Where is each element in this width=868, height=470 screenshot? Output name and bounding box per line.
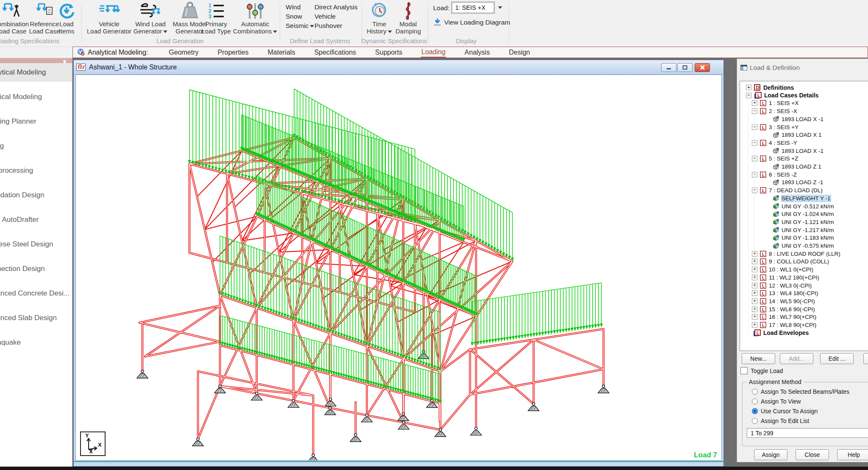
tab-properties[interactable]: Properties: [217, 48, 249, 57]
viewport-titlebar[interactable]: Ashwani_1 - Whole Structure: [74, 60, 723, 75]
toggle-load-checkbox[interactable]: [740, 367, 748, 374]
tree-row[interactable]: UNI GY -0.575 kN/m: [740, 242, 868, 250]
view-loading-diagram-button[interactable]: View Loading Diagram: [433, 18, 510, 27]
tab-specifications[interactable]: Specifications: [314, 48, 356, 57]
edit-list-input[interactable]: 1 To 299: [747, 428, 868, 438]
tree-row[interactable]: 1893 LOAD Z -1: [740, 178, 868, 186]
radio-assign-to-selected-beams-plates[interactable]: Assign To Selected Beams/Plates: [752, 388, 849, 395]
radio-assign-to-edit-list[interactable]: Assign To Edit List: [752, 417, 809, 424]
tree-row[interactable]: +L8 : LIVE LOAD ROOF (LLR): [740, 250, 868, 258]
tree-expander-minus[interactable]: −: [752, 172, 757, 177]
tree-expander-plus[interactable]: +: [752, 259, 757, 264]
new-button[interactable]: New...: [742, 353, 775, 364]
tree-row[interactable]: SELFWEIGHT Y -1: [740, 194, 868, 202]
radio-circle[interactable]: [752, 418, 758, 424]
primary-load-type-button[interactable]: 123 PrimaryLoad Type: [199, 2, 233, 35]
close-button[interactable]: [695, 63, 710, 72]
load-items-button[interactable]: LoadItems: [54, 2, 79, 35]
sidebar-item-chinese-steel-design[interactable]: Chinese Steel Design: [0, 235, 72, 254]
tree-row[interactable]: +L9 : COLL LOAD (COLL): [740, 257, 868, 265]
radio-circle[interactable]: [752, 389, 758, 395]
tree-row[interactable]: −LLoad Cases Details: [740, 91, 868, 100]
tree-row[interactable]: −L6 : SEIS -Z: [740, 171, 868, 179]
tree-row[interactable]: UNI GY -0.512 kN/m: [740, 202, 868, 210]
tree-row[interactable]: +L1 : SEIS +X: [740, 99, 868, 107]
sidebar-item-earthquake[interactable]: Earthquake: [0, 333, 72, 352]
tree-row[interactable]: UNI GY -1.183 kN/m: [740, 234, 868, 242]
wind-load-generator-button[interactable]: Wind LoadGenerator: [129, 2, 172, 35]
tree-row[interactable]: +L11 : WL2 180(+CPI): [740, 274, 868, 282]
tab-design[interactable]: Design: [509, 48, 531, 57]
sidebar-item-building-planner[interactable]: Building Planner: [0, 112, 72, 131]
tree-row[interactable]: +L13 : WL4 180(-CPI): [740, 289, 868, 297]
tab-geometry[interactable]: Geometry: [168, 48, 199, 57]
assign-button[interactable]: Assign: [754, 449, 787, 460]
tree-row[interactable]: +L12 : WL3 0(-CPI): [740, 282, 868, 290]
tree-expander-minus[interactable]: −: [752, 188, 757, 193]
tree-row[interactable]: 1893 LOAD X -1: [740, 115, 868, 123]
tree-row[interactable]: 1893 LOAD Z 1: [740, 163, 868, 171]
menu-seismic[interactable]: Seismic: [286, 21, 314, 30]
sidebar-item-advanced-slab-design[interactable]: Advanced Slab Design: [0, 309, 72, 327]
tab-loading[interactable]: Loading: [421, 47, 446, 58]
tree-row[interactable]: UNI GY -1.121 kN/m: [740, 218, 868, 226]
sidebar-item-physical-modeling[interactable]: Physical Modeling: [0, 88, 72, 106]
sidebar-item-foundation-design[interactable]: Foundation Design: [0, 186, 72, 205]
tree-row[interactable]: −L7 : DEAD LOAD (DL): [740, 186, 868, 194]
tree-row[interactable]: −L4 : SEIS -Y: [740, 139, 868, 147]
tree-expander-minus[interactable]: −: [752, 108, 757, 114]
tree-row[interactable]: +L14 : WL5 90(-CPI): [740, 297, 868, 305]
tab-materials[interactable]: Materials: [267, 48, 295, 57]
tree-row[interactable]: +L16 : WL7 90(+CPI): [740, 313, 868, 321]
tree-expander-plus[interactable]: +: [752, 251, 757, 257]
close-panel-button[interactable]: Close: [796, 449, 829, 460]
tree-expander-plus[interactable]: +: [752, 267, 757, 272]
delete-button-partial[interactable]: [863, 353, 868, 364]
tree-row[interactable]: UNI GY -1.024 kN/m: [740, 210, 868, 218]
model-canvas[interactable]: Y X Z Load 7: [75, 75, 722, 461]
load-dropdown[interactable]: 1: SEIS +X: [452, 2, 494, 13]
menu-pushover[interactable]: Pushover: [314, 21, 358, 30]
vehicle-load-generator-button[interactable]: VehicleLoad Generator: [87, 2, 131, 35]
tree-expander-plus[interactable]: +: [752, 275, 757, 280]
tree-expander-plus[interactable]: +: [752, 307, 757, 312]
load-tree[interactable]: +DDefinitions−LLoad Cases Details+L1 : S…: [740, 81, 868, 351]
tree-expander-plus[interactable]: +: [746, 85, 751, 90]
tab-analysis[interactable]: Analysis: [464, 48, 490, 57]
tree-row[interactable]: −L3 : SEIS +Y: [740, 123, 868, 131]
tree-row[interactable]: −L2 : SEIS -X: [740, 107, 868, 115]
tree-expander-plus[interactable]: +: [752, 314, 757, 320]
tree-row[interactable]: 1893 LOAD X -1: [740, 147, 868, 155]
menu-direct-analysis[interactable]: Direct Analysis: [314, 3, 358, 12]
tree-expander-plus[interactable]: +: [752, 299, 757, 304]
sidebar-item-analytical-modeling[interactable]: Analytical Modeling: [0, 63, 72, 82]
tree-expander-minus[interactable]: −: [752, 140, 757, 146]
menu-snow[interactable]: Snow: [286, 12, 314, 21]
tree-row[interactable]: +L10 : WL1 0(+CPI): [740, 265, 868, 274]
tree-expander-plus[interactable]: +: [752, 283, 757, 288]
tree-row[interactable]: 1893 LOAD X 1: [740, 131, 868, 139]
time-history-button[interactable]: TimeHistory: [365, 2, 393, 35]
sidebar-item-connection-design[interactable]: Connection Design: [0, 260, 72, 278]
sidebar-item-steel-autodrafter[interactable]: Steel AutoDrafter: [0, 210, 72, 229]
tree-expander-plus[interactable]: +: [752, 290, 757, 296]
tree-expander-plus[interactable]: +: [752, 100, 757, 106]
sidebar-item-advanced-concrete-desi[interactable]: Advanced Concrete Desi...: [0, 284, 72, 303]
modal-damping-button[interactable]: ModalDamping: [393, 2, 423, 35]
tree-row[interactable]: LLoad Envelopes: [740, 329, 868, 337]
sidebar-item-piping[interactable]: Piping: [0, 137, 72, 155]
automatic-combinations-button[interactable]: AutomaticCombinations: [232, 2, 278, 35]
tree-row[interactable]: UNI GY -1.217 kN/m: [740, 226, 868, 234]
radio-circle[interactable]: [752, 398, 758, 404]
minimize-button[interactable]: [661, 63, 676, 72]
menu-wind[interactable]: Wind: [286, 3, 314, 12]
tree-row[interactable]: +DDefinitions: [740, 83, 868, 91]
radio-use-cursor-to-assign[interactable]: Use Cursor To Assign: [752, 408, 818, 415]
edit-button[interactable]: Edit ...: [820, 353, 854, 364]
help-button[interactable]: Help: [837, 449, 868, 460]
add-button[interactable]: Add...: [780, 353, 813, 364]
tree-expander-minus[interactable]: −: [752, 124, 757, 130]
radio-assign-to-view[interactable]: Assign To View: [752, 398, 801, 405]
sidebar-item-postprocessing[interactable]: Postprocessing: [0, 161, 72, 180]
restore-button[interactable]: [677, 63, 693, 72]
